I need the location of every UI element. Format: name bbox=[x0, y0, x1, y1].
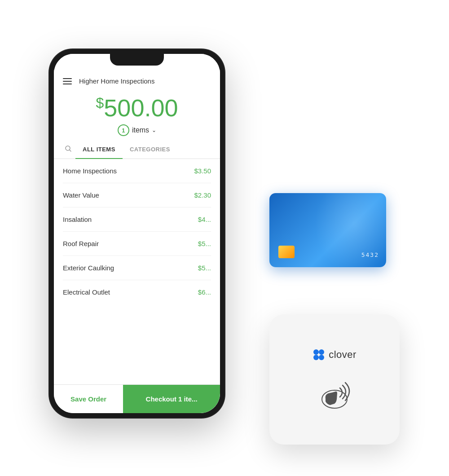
items-badge[interactable]: 1 items ⌄ bbox=[118, 124, 156, 136]
phone-screen: Higher Home Inspections $500.00 1 items … bbox=[54, 54, 220, 413]
scene: Higher Home Inspections $500.00 1 items … bbox=[49, 31, 400, 445]
badge-circle: 1 bbox=[118, 124, 129, 136]
menu-icon[interactable] bbox=[63, 78, 72, 84]
svg-point-5 bbox=[319, 355, 324, 360]
phone: Higher Home Inspections $500.00 1 items … bbox=[49, 49, 224, 418]
list-item[interactable]: Home Inspections $3.50 bbox=[63, 159, 211, 183]
item-name: Water Value bbox=[63, 191, 99, 199]
list-item[interactable]: Insalation $4... bbox=[63, 207, 211, 232]
clover-brand-name: clover bbox=[329, 349, 357, 361]
save-order-button[interactable]: Save Order bbox=[54, 385, 123, 413]
amount-section: $500.00 1 items ⌄ bbox=[54, 87, 220, 141]
item-price: $5... bbox=[198, 240, 211, 247]
checkout-button[interactable]: Checkout 1 ite... bbox=[123, 385, 220, 413]
item-price: $4... bbox=[198, 216, 211, 223]
list-item[interactable]: Roof Repair $5... bbox=[63, 232, 211, 256]
amount-value: 500.00 bbox=[104, 94, 178, 121]
phone-notch bbox=[110, 54, 164, 66]
item-price: $5... bbox=[198, 264, 211, 272]
app-header: Higher Home Inspections bbox=[54, 74, 220, 87]
card-number-partial: 5432 bbox=[361, 251, 379, 258]
phone-inner: Higher Home Inspections $500.00 1 items … bbox=[54, 54, 220, 413]
badge-text: items bbox=[132, 126, 149, 134]
items-list: Home Inspections $3.50 Water Value $2.30… bbox=[54, 159, 220, 384]
svg-point-2 bbox=[313, 349, 319, 355]
search-icon[interactable] bbox=[61, 141, 75, 159]
item-name: Insalation bbox=[63, 216, 92, 223]
contactless-icon bbox=[312, 375, 357, 410]
item-name: Exterior Caulking bbox=[63, 264, 114, 272]
svg-point-4 bbox=[313, 355, 319, 360]
list-item[interactable]: Electrical Outlet $6... bbox=[63, 280, 211, 304]
item-name: Home Inspections bbox=[63, 167, 117, 175]
tab-categories[interactable]: CATEGORIES bbox=[123, 141, 177, 159]
svg-line-1 bbox=[70, 150, 71, 152]
list-item[interactable]: Exterior Caulking $5... bbox=[63, 256, 211, 280]
clover-device: 5432 clover bbox=[251, 193, 400, 445]
app-title: Higher Home Inspections bbox=[79, 77, 154, 85]
clover-logo: clover bbox=[313, 348, 357, 361]
clover-brand-icon bbox=[313, 348, 325, 361]
credit-card: 5432 bbox=[269, 193, 386, 267]
svg-point-3 bbox=[319, 349, 324, 355]
chevron-icon: ⌄ bbox=[152, 127, 156, 133]
tabs-section: ALL ITEMS CATEGORIES bbox=[54, 141, 220, 159]
item-price: $6... bbox=[198, 288, 211, 296]
item-name: Electrical Outlet bbox=[63, 288, 110, 296]
clover-box: clover bbox=[269, 314, 400, 445]
tab-all-items[interactable]: ALL ITEMS bbox=[75, 141, 123, 159]
bottom-bar: Save Order Checkout 1 ite... bbox=[54, 384, 220, 413]
amount-display: $500.00 bbox=[63, 96, 211, 120]
item-price: $3.50 bbox=[194, 167, 211, 175]
item-name: Roof Repair bbox=[63, 240, 99, 247]
item-price: $2.30 bbox=[194, 191, 211, 199]
list-item[interactable]: Water Value $2.30 bbox=[63, 183, 211, 207]
amount-dollar: $ bbox=[96, 95, 104, 111]
card-chip bbox=[278, 246, 295, 258]
